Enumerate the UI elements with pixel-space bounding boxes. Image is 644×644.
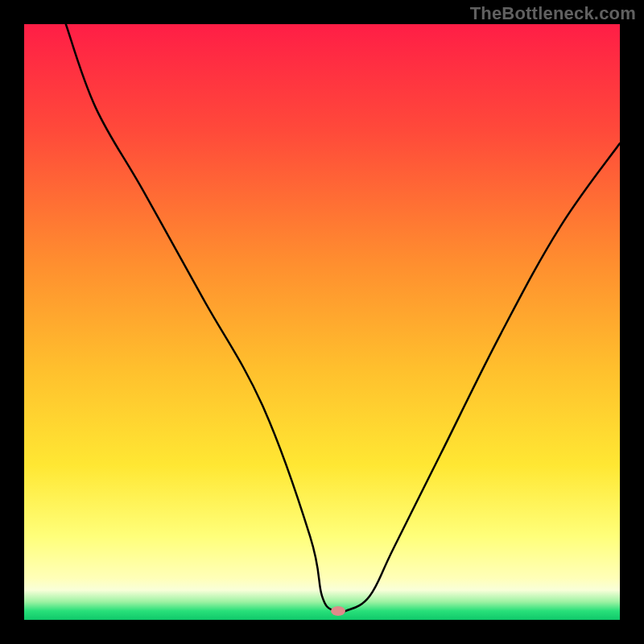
curve-minimum-marker <box>331 606 345 616</box>
attribution-text: TheBottleneck.com <box>470 3 636 24</box>
chart-frame: TheBottleneck.com <box>0 0 644 644</box>
chart-plot-area <box>24 24 620 620</box>
bottleneck-curve <box>24 24 620 620</box>
